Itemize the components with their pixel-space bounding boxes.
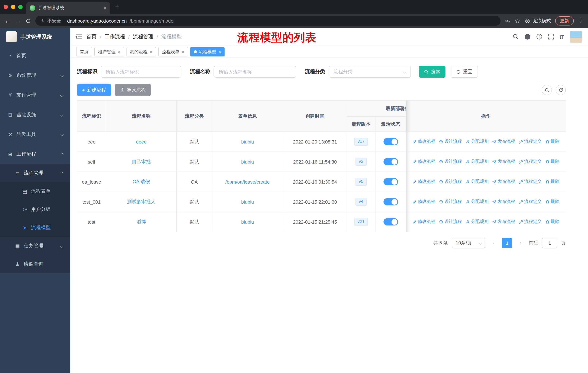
- assign-rule-button[interactable]: 分配规则: [465, 219, 488, 225]
- form-info-link[interactable]: /bpm/oa/leave/create: [225, 179, 270, 184]
- sidebar-item-process-form[interactable]: ▤流程表单: [0, 182, 70, 200]
- tag-process-model[interactable]: 流程模型×: [190, 47, 225, 56]
- new-tab-button[interactable]: +: [115, 4, 119, 10]
- tag-process-form[interactable]: 流程表单×: [158, 47, 188, 56]
- forward-icon[interactable]: →: [15, 18, 21, 24]
- category-select[interactable]: 流程分类: [329, 66, 411, 78]
- delete-button[interactable]: 删除: [545, 139, 560, 145]
- assign-rule-button[interactable]: 分配规则: [465, 159, 488, 165]
- show-search-toggle-button[interactable]: [542, 85, 552, 95]
- bookmark-star-icon[interactable]: ☆: [515, 18, 520, 24]
- close-window-button[interactable]: [4, 5, 8, 9]
- tag-tenant-manage[interactable]: 租户管理×: [94, 47, 124, 56]
- reload-icon[interactable]: [26, 18, 31, 23]
- breadcrumb-item[interactable]: 首页: [86, 33, 97, 40]
- edit-process-button[interactable]: 修改流程: [412, 159, 435, 165]
- close-icon[interactable]: ×: [150, 49, 152, 54]
- process-name-link[interactable]: 自己审批: [132, 159, 151, 164]
- sidebar-item-process-model[interactable]: ➤流程模型: [0, 219, 70, 237]
- publish-process-button[interactable]: 发布流程: [492, 219, 515, 225]
- breadcrumb-item[interactable]: 工作流程: [105, 33, 125, 40]
- edit-process-button[interactable]: 修改流程: [412, 179, 435, 185]
- address-bar[interactable]: ⚠ 不安全 dashboard.yudao.iocoder.cn/bpm/man…: [35, 16, 501, 26]
- publish-process-button[interactable]: 发布流程: [492, 179, 515, 185]
- back-icon[interactable]: ←: [4, 18, 10, 24]
- delete-button[interactable]: 删除: [545, 159, 560, 165]
- tag-my-process[interactable]: 我的流程×: [126, 47, 156, 56]
- process-definition-button[interactable]: 流程定义: [519, 199, 542, 205]
- process-definition-button[interactable]: 流程定义: [519, 219, 542, 225]
- sidebar-item-task-manage[interactable]: ▣任务管理: [0, 237, 70, 255]
- search-button[interactable]: 搜索: [419, 66, 445, 78]
- form-info-link[interactable]: biubiu: [241, 159, 254, 164]
- sidebar-item-devtools[interactable]: ⚒研发工具: [0, 125, 70, 144]
- active-toggle[interactable]: [383, 218, 398, 225]
- design-process-button[interactable]: 设计流程: [439, 199, 462, 205]
- delete-button[interactable]: 删除: [545, 219, 560, 225]
- sidebar-item-process-manage[interactable]: ≡流程管理: [0, 164, 70, 182]
- form-info-link[interactable]: biubiu: [241, 139, 254, 144]
- form-info-link[interactable]: biubiu: [241, 219, 254, 225]
- process-id-input[interactable]: [101, 66, 181, 78]
- design-process-button[interactable]: 设计流程: [439, 179, 462, 185]
- sidebar-item-leave-query[interactable]: ♟请假查询: [0, 255, 70, 273]
- close-icon[interactable]: ×: [118, 49, 120, 54]
- prev-page-button[interactable]: ‹: [489, 238, 498, 248]
- tag-home[interactable]: 首页: [76, 47, 92, 56]
- close-tab-icon[interactable]: ×: [103, 5, 106, 10]
- sidebar-item-infrastructure[interactable]: ⊡基础设施: [0, 105, 70, 125]
- assign-rule-button[interactable]: 分配规则: [465, 179, 488, 185]
- browser-menu-icon[interactable]: ⋮: [578, 18, 584, 24]
- update-button[interactable]: 更新: [555, 16, 574, 25]
- fullscreen-icon[interactable]: [548, 33, 554, 40]
- close-icon[interactable]: ×: [181, 49, 184, 54]
- next-page-button[interactable]: ›: [516, 238, 525, 248]
- font-size-icon[interactable]: tT: [560, 34, 564, 40]
- process-name-link[interactable]: 滔博: [136, 219, 146, 224]
- active-toggle[interactable]: [383, 138, 398, 145]
- zoom-window-button[interactable]: [18, 5, 23, 9]
- form-info-link[interactable]: biubiu: [241, 199, 254, 204]
- process-name-input[interactable]: [214, 66, 296, 78]
- active-toggle[interactable]: [383, 178, 398, 185]
- design-process-button[interactable]: 设计流程: [439, 159, 462, 165]
- import-process-button[interactable]: 导入流程: [115, 84, 151, 96]
- publish-process-button[interactable]: 发布流程: [492, 199, 515, 205]
- create-process-button[interactable]: + 新建流程: [77, 84, 111, 96]
- edit-process-button[interactable]: 修改流程: [412, 219, 435, 225]
- design-process-button[interactable]: 设计流程: [439, 219, 462, 225]
- security-label[interactable]: 不安全: [47, 18, 61, 24]
- process-definition-button[interactable]: 流程定义: [519, 159, 542, 165]
- publish-process-button[interactable]: 发布流程: [492, 159, 515, 165]
- avatar[interactable]: [570, 30, 582, 43]
- assign-rule-button[interactable]: 分配规则: [465, 139, 488, 145]
- key-icon[interactable]: [505, 18, 510, 23]
- sidebar-item-system[interactable]: ⚙系统管理: [0, 66, 70, 85]
- process-name-link[interactable]: 测试多审批人: [127, 199, 156, 204]
- minimize-window-button[interactable]: [11, 5, 15, 9]
- sidebar-item-user-group[interactable]: ⚇用户分组: [0, 200, 70, 219]
- publish-process-button[interactable]: 发布流程: [492, 139, 515, 145]
- process-definition-button[interactable]: 流程定义: [519, 139, 542, 145]
- browser-tab[interactable]: 芋道管理系统 ×: [26, 2, 110, 14]
- edit-process-button[interactable]: 修改流程: [412, 139, 435, 145]
- refresh-table-button[interactable]: [556, 85, 566, 95]
- process-name-link[interactable]: OA 请假: [133, 179, 150, 184]
- assign-rule-button[interactable]: 分配规则: [465, 199, 488, 205]
- search-icon[interactable]: [513, 33, 519, 40]
- design-process-button[interactable]: 设计流程: [439, 139, 462, 145]
- help-icon[interactable]: ?: [536, 33, 542, 40]
- close-icon[interactable]: ×: [218, 49, 221, 54]
- page-size-select[interactable]: 10条/页: [452, 238, 485, 248]
- breadcrumb-item[interactable]: 流程管理: [133, 33, 153, 40]
- collapse-sidebar-icon[interactable]: [75, 34, 82, 40]
- reset-button[interactable]: 重置: [451, 66, 478, 78]
- sidebar-item-payment[interactable]: ¥支付管理: [0, 85, 70, 105]
- github-icon[interactable]: [524, 33, 531, 40]
- sidebar-item-workflow[interactable]: ⊞工作流程: [0, 144, 70, 164]
- process-name-link[interactable]: eeee: [136, 139, 147, 144]
- active-toggle[interactable]: [383, 198, 398, 205]
- delete-button[interactable]: 删除: [545, 199, 560, 205]
- sidebar-item-home[interactable]: ◔首页: [0, 46, 70, 66]
- current-page-button[interactable]: 1: [502, 238, 512, 248]
